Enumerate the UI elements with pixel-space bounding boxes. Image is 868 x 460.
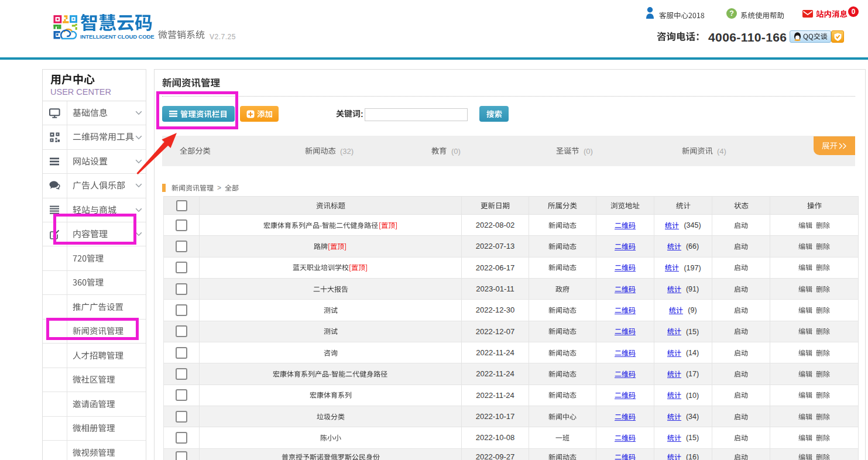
svg-text:?: ? xyxy=(729,9,734,18)
